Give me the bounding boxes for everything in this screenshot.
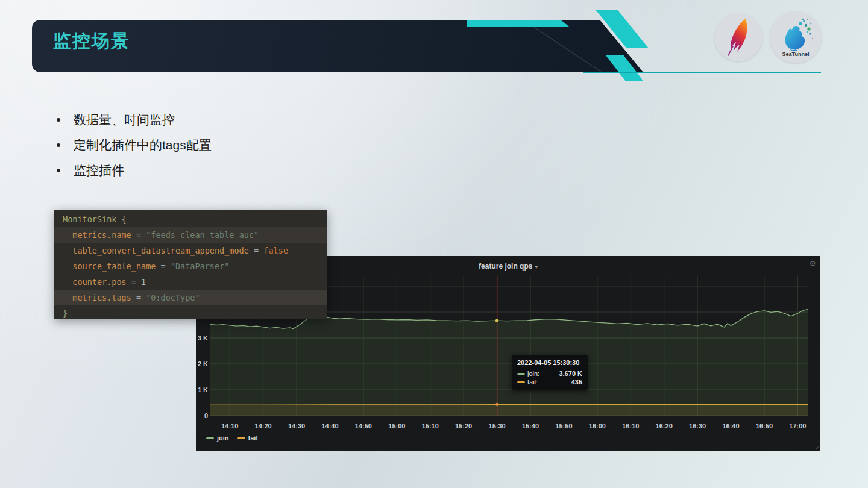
bullet-item: 数据量、时间监控 <box>57 107 212 133</box>
x-axis-tick: 14:20 <box>255 422 272 430</box>
code-line: table_convert_datastream_append_mode = f… <box>54 243 327 258</box>
fail-series-dash-icon <box>237 437 245 439</box>
x-axis-tick: 15:30 <box>489 422 506 430</box>
tooltip-value: 435 <box>571 378 582 386</box>
code-line: metrics.name = "feeds_clean_table_auc" <box>54 227 327 243</box>
chart-tooltip: 2022-04-05 15:30:30 join: 3.670 K fail: … <box>512 355 588 390</box>
code-line: metrics.tags = "0:docType" <box>54 290 327 305</box>
fail-series-area <box>210 404 808 416</box>
x-axis-tick: 16:40 <box>722 422 739 430</box>
code-line: } <box>54 305 327 321</box>
bullet-text: 数据量、时间监控 <box>74 111 175 128</box>
tooltip-label: fail: <box>527 378 538 386</box>
bullet-item: 定制化插件中的tags配置 <box>57 133 212 158</box>
apache-logo <box>714 13 763 61</box>
code-line: MonitorSink { <box>54 211 327 227</box>
fail-series-dash-icon <box>517 381 525 383</box>
x-axis-tick: 16:20 <box>656 422 673 430</box>
bullet-text: 定制化插件中的tags配置 <box>74 137 212 154</box>
x-axis-tick: 14:40 <box>321 422 338 430</box>
seatunnel-logo: SeaTunnel <box>770 11 822 63</box>
x-axis-tick: 15:50 <box>555 422 572 430</box>
legend-label: fail <box>248 434 258 442</box>
x-axis-tick: 14:50 <box>355 422 372 430</box>
panel-settings-icon[interactable]: ⚙ <box>809 259 816 268</box>
tooltip-timestamp: 2022-04-05 15:30:30 <box>517 359 582 366</box>
x-axis-tick: 14:30 <box>288 422 305 430</box>
join-series-area <box>210 310 808 416</box>
y-axis-tick: 0 <box>196 412 208 419</box>
fail-hover-point <box>495 403 498 406</box>
join-series-dash-icon <box>206 437 214 439</box>
legend-item-join[interactable]: join <box>206 434 229 442</box>
bullet-text: 监控插件 <box>74 162 124 179</box>
tooltip-row-fail: fail: 435 <box>517 378 582 386</box>
bullet-dot <box>57 143 60 147</box>
y-axis-tick: 3 K <box>196 334 208 342</box>
x-axis-tick: 17:00 <box>789 422 806 430</box>
bullet-item: 监控插件 <box>57 158 212 183</box>
x-axis-tick: 15:00 <box>388 422 405 430</box>
y-axis-tick: 2 K <box>196 360 208 368</box>
seatunnel-logo-label: SeaTunnel <box>782 51 810 57</box>
join-hover-point <box>495 319 498 322</box>
code-line: counter.pos = 1 <box>54 274 327 290</box>
panel-title[interactable]: feature join qps <box>479 262 532 271</box>
apache-feather-icon <box>721 17 756 57</box>
code-line: source_table_name = "DataParser" <box>54 258 327 274</box>
x-axis-tick: 16:10 <box>622 422 639 430</box>
x-axis-tick: 16:50 <box>756 422 773 430</box>
y-axis-tick: 1 K <box>196 386 208 393</box>
x-axis-tick: 16:00 <box>589 422 606 430</box>
page-title: 监控场景 <box>53 29 130 54</box>
seatunnel-splash-icon: SeaTunnel <box>776 16 816 58</box>
bullet-dot <box>57 118 60 122</box>
tooltip-label: join: <box>527 370 539 377</box>
legend-label: join <box>217 434 229 442</box>
bullet-dot <box>57 169 60 172</box>
slide-canvas: 监控场景 <box>0 0 868 488</box>
tooltip-value: 3.670 K <box>559 370 582 377</box>
legend-item-fail[interactable]: fail <box>237 434 258 442</box>
chart-legend: join fail <box>206 434 257 442</box>
x-axis-tick: 15:20 <box>455 422 472 430</box>
x-axis-tick: 15:10 <box>422 422 439 430</box>
x-axis-tick: 14:10 <box>221 422 238 430</box>
teal-strip-accent <box>467 20 569 27</box>
join-series-dash-icon <box>517 373 525 375</box>
x-axis-tick: 16:30 <box>689 422 706 430</box>
tooltip-row-join: join: 3.670 K <box>517 370 582 377</box>
teal-underline <box>583 72 821 73</box>
config-code-block: MonitorSink { metrics.name = "feeds_clea… <box>54 210 327 319</box>
chevron-down-icon[interactable]: ▾ <box>535 264 538 270</box>
x-axis-tick: 15:40 <box>522 422 539 430</box>
bullet-list: 数据量、时间监控 定制化插件中的tags配置 监控插件 <box>57 107 212 183</box>
